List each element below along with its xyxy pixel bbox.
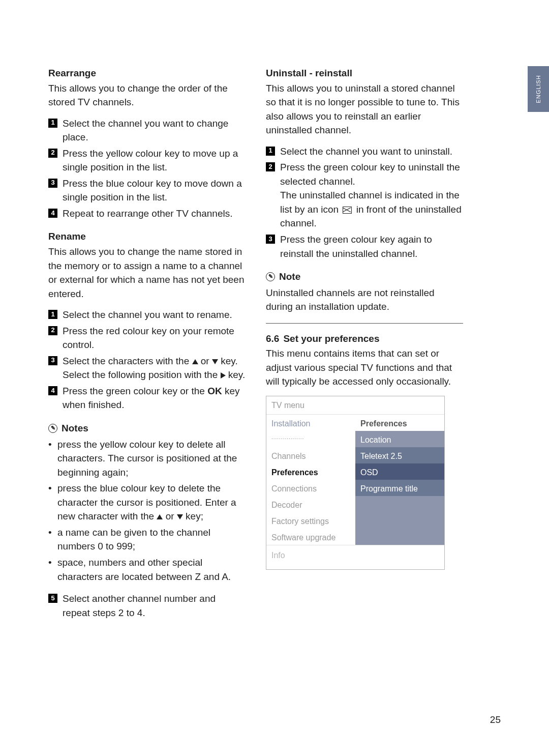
step-badge: 1 [48,310,57,319]
up-arrow-icon [192,359,198,364]
tv-menu-right-item: Teletext 2.5 [355,447,444,463]
step-badge: 4 [48,209,57,218]
rename-heading: Rename [48,229,246,244]
tv-menu-right: Preferences Location Teletext 2.5 OSD Pr… [355,415,444,545]
step-badge: 3 [48,179,57,188]
uninstall-heading: Uninstall - reinstall [266,66,463,80]
tv-menu-info: Info [266,545,444,569]
tv-menu-right-header: Preferences [355,415,444,431]
tv-menu-right-item: OSD [355,463,444,480]
uninstall-intro: This allows you to uninstall a stored ch… [266,81,463,137]
step-badge: 2 [48,326,57,335]
step-badge: 1 [266,147,275,156]
rename-step5: 5Select another channel number and repea… [48,592,246,620]
uninstall-steps: 1Select the channel you want to uninstal… [266,144,463,260]
language-tab: ENGLISH [528,66,549,112]
rename-steps: 1Select the channel you want to rename. … [48,308,246,412]
step-badge: 1 [48,119,57,128]
rename-notes: •press the yellow colour key to delete a… [48,438,246,584]
step-badge: 3 [48,356,57,365]
right-arrow-icon [221,372,226,379]
note-icon: ✎ [266,272,275,281]
tv-menu-right-item: Programme title [355,480,444,496]
tv-menu-left: Installation ................. Channels … [266,415,355,545]
tv-menu-item-selected: Preferences [266,463,355,480]
rename-intro: This allows you to change the name store… [48,245,246,301]
tv-menu-item: Factory settings [266,512,355,529]
left-column: Rearrange This allows you to change the … [48,66,246,629]
up-arrow-icon [157,514,163,519]
down-arrow-icon [177,514,183,519]
step-badge: 3 [266,235,275,244]
tv-menu-item: Decoder [266,496,355,512]
step-badge: 4 [48,386,57,395]
tv-menu-dots: ................. [266,431,355,447]
tv-menu-right-item: Location [355,431,444,447]
tv-menu-title: TV menu [266,396,444,415]
tv-menu-diagram: TV menu Installation ................. C… [266,396,445,570]
uninstalled-icon [343,207,352,214]
rearrange-intro: This allows you to change the order of t… [48,81,246,109]
uninstall-note: Uninstalled channels are not reinstalled… [266,286,463,314]
tv-menu-left-header: Installation [266,415,355,431]
prefs-heading: 6.6Set your preferences [266,332,463,346]
rearrange-steps: 1Select the channel you want to change p… [48,117,246,221]
step-badge: 2 [48,149,57,158]
divider [266,323,463,324]
tv-menu-item: Software upgrade [266,529,355,545]
step-badge: 5 [48,594,57,603]
rearrange-heading: Rearrange [48,66,246,80]
prefs-intro: This menu contains items that can set or… [266,346,463,389]
page-number: 25 [490,714,501,725]
tv-menu-item: Channels [266,447,355,463]
down-arrow-icon [212,359,218,364]
note-heading: ✎ Note [266,270,463,284]
step-badge: 2 [266,162,275,171]
note-icon: ✎ [48,424,57,433]
tv-menu-item: Connections [266,480,355,496]
notes-heading: ✎ Notes [48,421,246,435]
right-column: Uninstall - reinstall This allows you to… [266,66,463,629]
